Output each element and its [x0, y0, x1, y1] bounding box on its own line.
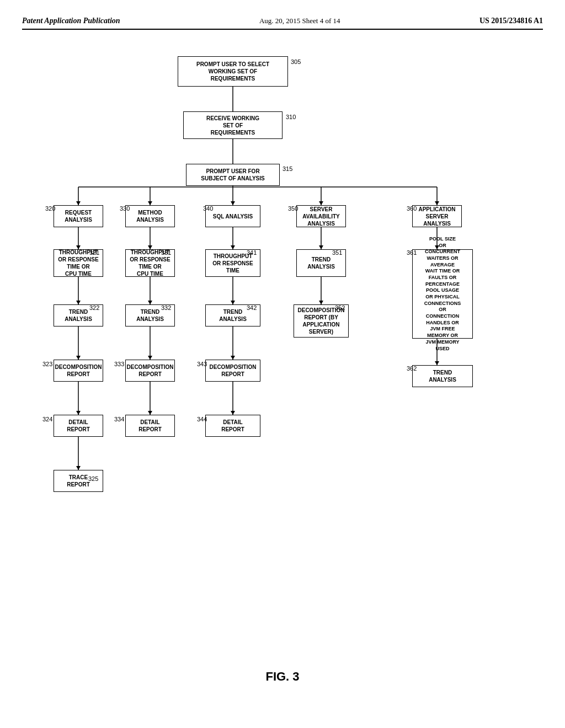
svg-marker-30 [231, 201, 235, 205]
diagram-area: PROMPT USER TO SELECT WORKING SET OF REQ… [23, 46, 542, 653]
ref-342: 342 [247, 304, 257, 311]
node-344: DETAIL REPORT [205, 415, 260, 437]
ref-310: 310 [286, 114, 296, 120]
ref-320: 320 [45, 205, 55, 212]
ref-360: 360 [407, 205, 417, 212]
ref-330: 330 [120, 205, 130, 212]
ref-315: 315 [282, 165, 292, 172]
svg-marker-44 [148, 356, 152, 360]
svg-marker-28 [76, 201, 81, 205]
svg-marker-46 [76, 411, 81, 415]
ref-323: 323 [42, 361, 52, 367]
ref-325: 325 [88, 475, 98, 482]
node-330: METHOD ANALYSIS [125, 205, 175, 227]
node-324: DETAIL REPORT [54, 415, 103, 437]
ref-351: 351 [332, 249, 342, 256]
node-343: DECOMPOSITION REPORT [205, 360, 260, 382]
node-310: RECEIVE WORKING SET OF REQUIREMENTS [183, 111, 282, 139]
node-334: DETAIL REPORT [125, 415, 175, 437]
node-320: REQUEST ANALYSIS [54, 205, 103, 227]
ref-334: 334 [114, 416, 124, 422]
ref-340: 340 [203, 205, 213, 212]
svg-marker-29 [148, 201, 152, 205]
svg-marker-31 [319, 201, 323, 205]
ref-333: 333 [114, 361, 124, 367]
svg-marker-38 [76, 301, 81, 304]
ref-344: 344 [197, 416, 207, 422]
svg-marker-49 [76, 466, 81, 470]
svg-marker-43 [76, 356, 81, 360]
ref-343: 343 [197, 361, 207, 367]
ref-324: 324 [42, 416, 52, 422]
ref-341: 341 [247, 249, 257, 256]
node-361: POOL SIZE OR CONCURRENT WAITERS OR AVERA… [412, 249, 473, 339]
svg-marker-47 [148, 411, 152, 415]
ref-321: 321 [89, 249, 99, 256]
svg-marker-48 [231, 411, 235, 415]
connector-lines [23, 46, 542, 653]
node-315: PROMPT USER FOR SUBJECT OF ANALYSIS [186, 164, 280, 186]
svg-marker-36 [319, 245, 323, 249]
svg-marker-42 [435, 361, 439, 365]
ref-322: 322 [89, 304, 99, 311]
node-362: TREND ANALYSIS [412, 365, 473, 387]
header-patent-number: US 2015/234816 A1 [479, 17, 543, 25]
page-header: Patent Application Publication Aug. 20, … [22, 17, 543, 30]
node-360: APPLICATION SERVER ANALYSIS [412, 205, 462, 227]
node-350: SERVER AVAILABILITY ANALYSIS [296, 205, 346, 227]
ref-331: 331 [161, 249, 171, 256]
svg-marker-41 [319, 301, 323, 304]
header-date-sheet: Aug. 20, 2015 Sheet 4 of 14 [259, 17, 340, 25]
ref-361: 361 [407, 249, 417, 256]
ref-362: 362 [407, 365, 417, 372]
ref-305: 305 [291, 58, 301, 65]
header-publication: Patent Application Publication [22, 17, 120, 25]
node-305: PROMPT USER TO SELECT WORKING SET OF REQ… [178, 56, 288, 87]
svg-marker-39 [148, 301, 152, 304]
page: Patent Application Publication Aug. 20, … [0, 0, 565, 728]
svg-marker-32 [435, 201, 439, 205]
svg-marker-45 [231, 356, 235, 360]
ref-350: 350 [288, 205, 298, 212]
svg-marker-40 [231, 301, 235, 304]
ref-352: 352 [335, 304, 345, 311]
node-333: DECOMPOSITION REPORT [125, 360, 175, 382]
ref-332: 332 [161, 304, 171, 311]
figure-caption: FIG. 3 [22, 670, 543, 684]
node-340: SQL ANALYSIS [205, 205, 260, 227]
node-323: DECOMPOSITION REPORT [54, 360, 103, 382]
svg-marker-35 [231, 245, 235, 249]
